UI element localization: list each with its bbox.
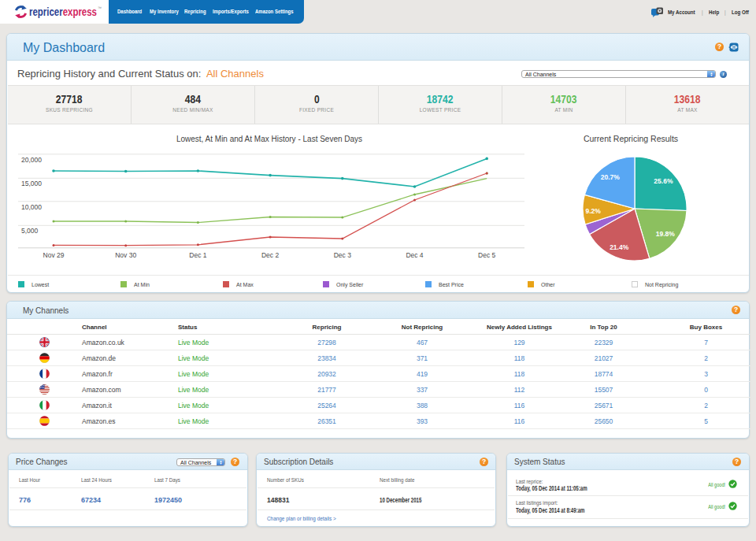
svg-text:Current Repricing Results: Current Repricing Results xyxy=(584,134,678,143)
svg-text:Dec 4: Dec 4 xyxy=(406,251,423,259)
svg-text:Dec 2: Dec 2 xyxy=(261,251,279,259)
svg-text:Nov 30: Nov 30 xyxy=(115,251,136,259)
svg-text:Dec 5: Dec 5 xyxy=(478,251,495,259)
svg-text:15,000: 15,000 xyxy=(21,180,42,187)
svg-text:Dec 3: Dec 3 xyxy=(334,251,351,259)
svg-text:20,000: 20,000 xyxy=(21,156,42,164)
svg-text:Lowest, At Min and At Max Hist: Lowest, At Min and At Max History - Last… xyxy=(176,135,362,143)
svg-text:21.4%: 21.4% xyxy=(610,243,629,251)
svg-text:10,000: 10,000 xyxy=(21,203,42,211)
svg-text:20.7%: 20.7% xyxy=(601,173,621,181)
svg-text:™: ™ xyxy=(98,6,102,10)
svg-text:25.6%: 25.6% xyxy=(654,177,673,185)
svg-text:19.8%: 19.8% xyxy=(656,230,676,238)
svg-text:Nov 29: Nov 29 xyxy=(43,251,65,259)
svg-text:repricerexpress: repricerexpress xyxy=(29,6,97,18)
svg-text:9.2%: 9.2% xyxy=(585,207,601,215)
svg-text:5,000: 5,000 xyxy=(21,227,39,235)
svg-text:Dec 1: Dec 1 xyxy=(189,251,206,259)
